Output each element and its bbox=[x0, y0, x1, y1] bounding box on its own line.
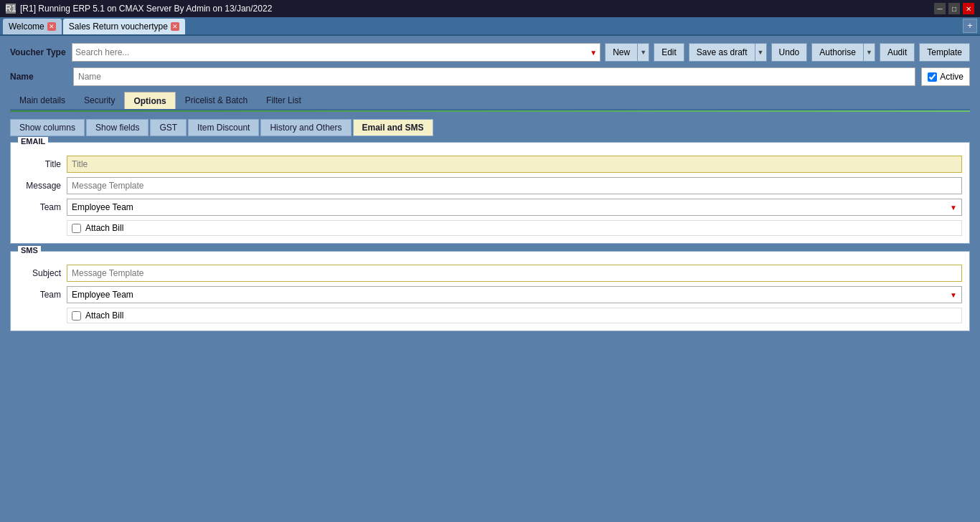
voucher-type-search[interactable]: ▼ bbox=[72, 43, 600, 62]
sms-team-dropdown-icon: ▼ bbox=[950, 291, 957, 299]
email-title-input[interactable] bbox=[67, 156, 962, 173]
sub-tab-item-discount[interactable]: Item Discount bbox=[188, 119, 259, 136]
app-icon: R1 bbox=[6, 4, 16, 14]
maximize-button[interactable]: □ bbox=[948, 3, 960, 14]
email-attach-label: Attach Bill bbox=[85, 223, 123, 233]
tab-welcome-close[interactable]: ✕ bbox=[47, 22, 56, 31]
search-input[interactable] bbox=[75, 47, 590, 57]
close-button[interactable]: ✕ bbox=[963, 3, 974, 14]
sms-team-label: Team bbox=[18, 290, 61, 300]
authorise-dropdown-arrow[interactable]: ▼ bbox=[864, 43, 875, 62]
main-area: Voucher Type ▼ New ▼ Edit Save as draft … bbox=[0, 36, 980, 351]
audit-button[interactable]: Audit bbox=[880, 43, 915, 62]
save-draft-dropdown-arrow[interactable]: ▼ bbox=[755, 43, 767, 62]
edit-button[interactable]: Edit bbox=[654, 43, 684, 62]
undo-button[interactable]: Undo bbox=[771, 43, 808, 62]
email-legend: EMAIL bbox=[18, 137, 48, 146]
sub-tab-show-columns[interactable]: Show columns bbox=[10, 119, 85, 136]
sub-tab-email-sms[interactable]: Email and SMS bbox=[353, 119, 433, 136]
tab-main-details[interactable]: Main details bbox=[10, 92, 75, 109]
sms-subject-label: Subject bbox=[18, 268, 61, 278]
name-label: Name bbox=[10, 72, 67, 82]
tab-welcome[interactable]: Welcome ✕ bbox=[3, 19, 62, 34]
tab-bar: Welcome ✕ Sales Return vouchertype ✕ + bbox=[0, 17, 980, 36]
title-bar-text: [R1] Running ERP 5.1 on CMAX Server By A… bbox=[20, 4, 272, 14]
email-title-label: Title bbox=[18, 159, 61, 169]
active-checkbox[interactable] bbox=[928, 72, 937, 82]
active-checkbox-container: Active bbox=[921, 67, 970, 86]
sms-team-row: Team Employee Team ▼ bbox=[18, 286, 962, 303]
active-label: Active bbox=[940, 72, 963, 82]
sms-section: SMS Subject Team Employee Team ▼ Attach … bbox=[10, 251, 970, 331]
sub-tab-show-fields[interactable]: Show fields bbox=[86, 119, 149, 136]
tab-welcome-label: Welcome bbox=[9, 22, 44, 32]
tab-options[interactable]: Options bbox=[124, 92, 175, 109]
sub-tabs: Show columns Show fields GST Item Discou… bbox=[10, 119, 970, 136]
search-dropdown-icon[interactable]: ▼ bbox=[590, 49, 597, 57]
tab-sales-return-label: Sales Return vouchertype bbox=[69, 22, 168, 32]
authorise-button[interactable]: Authorise bbox=[811, 43, 864, 62]
minimize-button[interactable]: ─ bbox=[934, 3, 946, 14]
email-attach-checkbox[interactable] bbox=[72, 224, 81, 233]
new-button[interactable]: New bbox=[605, 43, 638, 62]
template-button[interactable]: Template bbox=[919, 43, 970, 62]
email-attach-row: Attach Bill bbox=[67, 220, 962, 236]
sms-team-value: Employee Team bbox=[72, 290, 133, 300]
sub-tabs-area: Show columns Show fields GST Item Discou… bbox=[10, 115, 970, 136]
new-dropdown-arrow[interactable]: ▼ bbox=[638, 43, 649, 62]
tab-divider bbox=[10, 110, 970, 112]
sms-legend: SMS bbox=[18, 246, 41, 255]
tab-add-button[interactable]: + bbox=[963, 19, 977, 33]
sub-tab-history-others[interactable]: History and Others bbox=[260, 119, 351, 136]
email-section: EMAIL Title Message Team Employee Team ▼ bbox=[10, 142, 970, 244]
email-message-row: Message bbox=[18, 177, 962, 194]
sms-attach-row: Attach Bill bbox=[67, 308, 962, 323]
tab-pricelist-batch[interactable]: Pricelist & Batch bbox=[176, 92, 257, 109]
content-area: EMAIL Title Message Team Employee Team ▼ bbox=[10, 136, 970, 344]
title-bar: R1 [R1] Running ERP 5.1 on CMAX Server B… bbox=[0, 0, 980, 17]
sms-subject-input[interactable] bbox=[67, 265, 962, 282]
sms-subject-row: Subject bbox=[18, 265, 962, 282]
name-input[interactable] bbox=[73, 67, 915, 86]
email-team-label: Team bbox=[18, 202, 61, 212]
email-message-label: Message bbox=[18, 181, 61, 191]
sub-tab-gst[interactable]: GST bbox=[150, 119, 187, 136]
email-team-row: Team Employee Team ▼ bbox=[18, 199, 962, 216]
sms-attach-checkbox[interactable] bbox=[72, 311, 81, 321]
tab-sales-return-close[interactable]: ✕ bbox=[171, 22, 179, 31]
toolbar: Voucher Type ▼ New ▼ Edit Save as draft … bbox=[10, 43, 970, 62]
sms-attach-label: Attach Bill bbox=[85, 310, 123, 321]
tab-sales-return[interactable]: Sales Return vouchertype ✕ bbox=[63, 19, 185, 34]
voucher-type-label: Voucher Type bbox=[10, 47, 67, 57]
tab-security[interactable]: Security bbox=[75, 92, 124, 109]
email-team-dropdown-icon: ▼ bbox=[950, 204, 957, 212]
email-team-dropdown[interactable]: Employee Team ▼ bbox=[67, 199, 962, 216]
sms-team-dropdown[interactable]: Employee Team ▼ bbox=[67, 286, 962, 303]
tab-filter-list[interactable]: Filter List bbox=[257, 92, 311, 109]
email-title-row: Title bbox=[18, 156, 962, 173]
email-team-value: Employee Team bbox=[72, 202, 133, 212]
save-as-draft-button[interactable]: Save as draft bbox=[689, 43, 755, 62]
email-message-input[interactable] bbox=[67, 177, 962, 194]
main-tabs: Main details Security Options Pricelist … bbox=[10, 92, 970, 110]
